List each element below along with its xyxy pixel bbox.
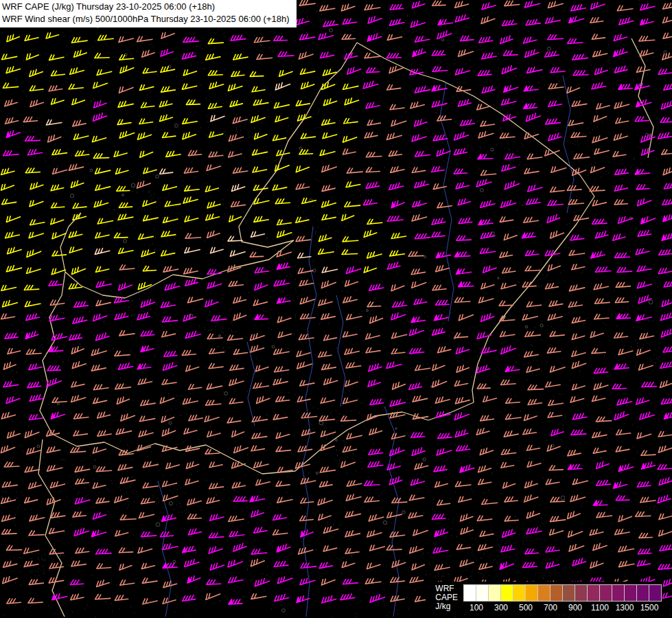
wind-barb	[97, 564, 111, 569]
wind-barb	[615, 169, 629, 174]
wind-barb	[209, 547, 222, 553]
wind-barb	[30, 515, 45, 521]
wind-barb	[47, 498, 60, 505]
wind-barb	[2, 529, 17, 534]
wind-barb	[8, 431, 21, 438]
wind-barb	[74, 413, 89, 419]
wind-barb	[528, 385, 544, 389]
wind-barb	[522, 314, 537, 320]
wind-barb	[525, 481, 538, 488]
wind-barb	[482, 499, 498, 504]
wind-barb	[209, 152, 223, 157]
wind-barb	[456, 545, 470, 550]
wind-barb	[49, 315, 65, 321]
wind-barb	[119, 131, 135, 138]
wind-barb	[658, 446, 672, 453]
wind-barb	[481, 347, 496, 354]
wind-barb	[595, 231, 608, 238]
wind-barb	[162, 380, 176, 385]
wind-barb	[617, 5, 633, 11]
wind-barb	[141, 531, 157, 536]
wind-barb	[480, 121, 495, 126]
wind-barb	[47, 430, 60, 436]
wind-barb	[74, 50, 87, 57]
wind-barb	[207, 165, 220, 171]
wind-barb	[253, 383, 269, 389]
wind-barb	[548, 314, 562, 320]
wind-barb	[24, 548, 39, 553]
wind-barb	[616, 430, 631, 435]
wind-barb	[415, 87, 430, 93]
wind-barb	[481, 16, 495, 23]
wind-barb	[659, 530, 672, 536]
wind-barb	[618, 546, 634, 552]
wind-barb	[229, 379, 244, 386]
wind-barb	[25, 35, 38, 41]
wind-barb	[255, 366, 268, 372]
wind-barb	[525, 49, 539, 57]
wind-barb	[51, 203, 65, 208]
wind-barb	[25, 431, 39, 438]
wind-barb	[524, 217, 539, 222]
wind-barb	[568, 38, 583, 43]
wind-barb	[252, 433, 267, 439]
wind-barb	[364, 200, 378, 205]
wind-barb	[254, 198, 269, 204]
wind-barb	[636, 398, 649, 404]
wind-barb	[616, 118, 629, 124]
wind-barb	[590, 17, 603, 23]
wind-barb	[231, 71, 244, 77]
terrain-speckle-layer	[1, 0, 672, 617]
wind-barb	[138, 547, 152, 553]
wind-barb	[454, 148, 467, 154]
town-marker	[480, 189, 484, 192]
wind-barb-pennant	[277, 547, 280, 552]
wind-barb	[233, 313, 246, 321]
wind-barb	[206, 400, 221, 405]
wind-barb	[524, 415, 537, 421]
wind-barb	[229, 531, 244, 537]
wind-barb	[277, 231, 292, 238]
legend-tick-label: 100	[463, 603, 490, 613]
wind-barb	[321, 398, 335, 404]
wind-barb	[72, 99, 85, 105]
wind-barb	[660, 117, 672, 122]
wind-barb	[368, 461, 383, 467]
wind-barb	[29, 364, 43, 370]
wind-barb	[6, 397, 20, 404]
wind-barb	[346, 494, 361, 501]
wind-barb	[502, 268, 515, 273]
wind-barb	[391, 167, 404, 173]
wind-barb	[548, 84, 564, 89]
wind-barb	[95, 168, 110, 174]
wind-barb	[454, 333, 467, 338]
wind-barb	[93, 483, 106, 488]
wind-barb	[278, 332, 291, 338]
wind-barb	[546, 382, 560, 387]
wind-barb	[277, 220, 292, 225]
wind-barb	[254, 527, 267, 533]
town-marker	[548, 47, 551, 51]
wind-barb	[53, 168, 67, 174]
wind-barb	[276, 481, 290, 486]
wind-barb	[478, 545, 492, 551]
wind-barb	[364, 53, 380, 58]
wind-barb	[51, 218, 64, 225]
wind-barb	[69, 164, 83, 170]
wind-barb-pennant	[163, 563, 167, 568]
wind-barb	[318, 33, 334, 39]
wind-barb	[367, 531, 382, 538]
wind-barb	[503, 51, 518, 56]
wind-barb	[301, 133, 315, 139]
wind-barb	[343, 84, 358, 90]
wind-barb	[506, 398, 520, 403]
wind-barb	[69, 247, 82, 253]
wind-barb	[458, 198, 470, 205]
wind-barb	[301, 413, 317, 417]
wind-barb	[140, 151, 153, 157]
wind-barb	[503, 482, 515, 488]
wind-barb	[163, 598, 176, 604]
wind-barb	[206, 214, 220, 220]
wind-barb	[548, 101, 562, 106]
wind-barb	[160, 169, 173, 174]
